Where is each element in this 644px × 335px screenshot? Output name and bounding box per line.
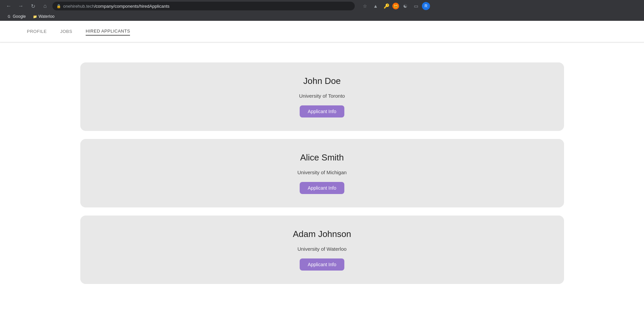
bookmarks-bar: G Google 📁 Waterloo [0, 12, 644, 21]
main-content: John Doe University of Toronto Applicant… [0, 42, 644, 297]
applicant-university-0: University of Toronto [299, 93, 345, 99]
applicant-university-2: University of Waterloo [297, 246, 346, 252]
applicant-card-0: John Doe University of Toronto Applicant… [80, 62, 564, 131]
page-content: PROFILE JOBS HIRED APPLICANTS John Doe U… [0, 21, 644, 297]
applicant-card-2: Adam Johnson University of Waterloo Appl… [80, 216, 564, 284]
applicant-university-1: University of Michigan [297, 170, 347, 175]
star-icon[interactable]: ☆ [360, 1, 370, 11]
nav-link-jobs[interactable]: JOBS [60, 28, 72, 35]
browser-top-bar: ← → ↻ ⌂ 🔒 onehirehub.tech/company/compon… [0, 0, 644, 12]
forward-button[interactable]: → [16, 1, 26, 11]
applicant-info-button-2[interactable]: Applicant Info [300, 258, 344, 271]
bookmark-google[interactable]: G Google [4, 13, 29, 19]
applicant-name-0: John Doe [303, 76, 341, 86]
bookmark-waterloo[interactable]: 📁 Waterloo [30, 13, 57, 19]
nav-link-hired-applicants[interactable]: HIRED APPLICANTS [86, 27, 130, 36]
applicant-info-button-1[interactable]: Applicant Info [300, 182, 344, 194]
applicant-info-button-0[interactable]: Applicant Info [300, 105, 344, 117]
applicant-name-1: Alice Smith [300, 152, 344, 163]
refresh-button[interactable]: ↻ [28, 1, 38, 11]
nav-bar: PROFILE JOBS HIRED APPLICANTS [0, 21, 644, 42]
share-icon[interactable]: ▲ [371, 1, 380, 11]
home-button[interactable]: ⌂ [40, 1, 50, 11]
extension-icon[interactable]: 🐱 [392, 3, 399, 9]
bookmark-google-label: Google [13, 14, 26, 19]
applicant-name-2: Adam Johnson [293, 229, 351, 239]
browser-chrome: ← → ↻ ⌂ 🔒 onehirehub.tech/company/compon… [0, 0, 644, 21]
google-favicon: G [7, 14, 11, 19]
waterloo-favicon: 📁 [33, 14, 37, 19]
profile-avatar[interactable]: R [422, 2, 430, 10]
tablet-icon[interactable]: ▭ [411, 1, 421, 11]
bookmark-waterloo-label: Waterloo [39, 14, 55, 19]
url-display: onehirehub.tech/company/components/hired… [63, 4, 170, 9]
key-icon[interactable]: 🔑 [382, 1, 391, 11]
puzzle-icon[interactable]: ☯ [400, 1, 410, 11]
back-button[interactable]: ← [4, 1, 13, 11]
browser-actions: ☆ ▲ 🔑 🐱 ☯ ▭ R [360, 1, 430, 11]
lock-icon: 🔒 [56, 4, 61, 8]
address-bar[interactable]: 🔒 onehirehub.tech/company/components/hir… [52, 2, 355, 10]
nav-link-profile[interactable]: PROFILE [27, 28, 47, 35]
applicant-card-1: Alice Smith University of Michigan Appli… [80, 139, 564, 207]
